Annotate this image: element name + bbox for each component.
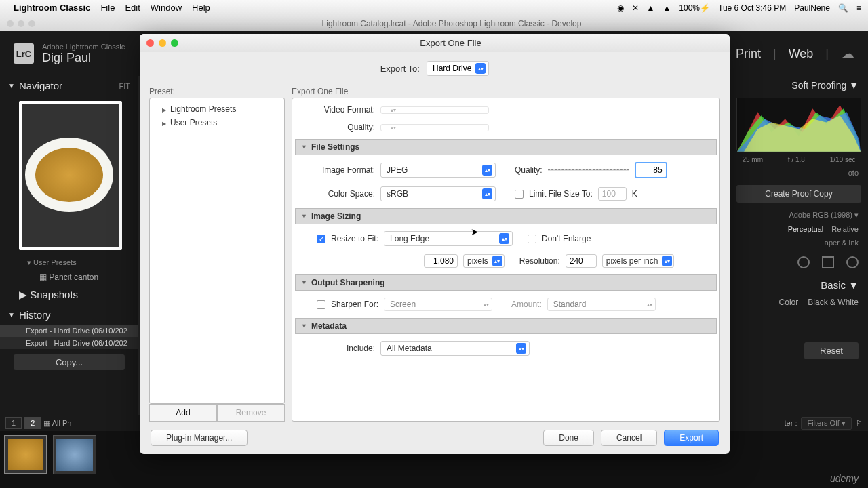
dont-enlarge-checkbox[interactable]: [528, 235, 536, 243]
disclosure-triangle-icon[interactable]: ▼: [8, 311, 15, 319]
minimize-icon[interactable]: [159, 39, 166, 47]
plugin-manager-button[interactable]: Plug-in Manager...: [151, 430, 248, 446]
video-quality-label: Quality:: [302, 123, 375, 132]
status-icon[interactable]: ✕: [632, 3, 639, 13]
filmstrip-thumbnail[interactable]: [4, 435, 47, 474]
window-title: Lightroom Catalog.lrcat - Adobe Photosho…: [42, 19, 861, 28]
reset-button[interactable]: Reset: [804, 342, 859, 359]
filmstrip-thumbnail[interactable]: [53, 435, 96, 474]
cloud-icon[interactable]: ☁: [841, 45, 854, 62]
preset-group[interactable]: User Presets: [150, 116, 284, 129]
cancel-button[interactable]: Cancel: [601, 430, 657, 446]
image-format-select[interactable]: JPEG▴▾: [380, 163, 496, 178]
dialog-titlebar[interactable]: Export One File: [140, 34, 730, 52]
menu-file[interactable]: File: [100, 3, 115, 13]
resize-fit-select[interactable]: Long Edge▴▾: [384, 231, 513, 246]
breadcrumb[interactable]: ▦ All Ph: [43, 419, 71, 428]
datetime[interactable]: Tue 6 Oct 3:46 PM: [718, 3, 786, 13]
preset-group[interactable]: Lightroom Presets: [150, 102, 284, 116]
export-dialog: Export One File Export To: Hard Drive ▴▾…: [140, 34, 730, 454]
settings-label: Export One File: [292, 85, 720, 98]
dimension-input[interactable]: [424, 254, 458, 268]
battery-status[interactable]: 100% ⚡: [679, 3, 710, 13]
copy-button[interactable]: Copy...: [14, 354, 125, 370]
treatment-color[interactable]: Color: [779, 298, 799, 307]
resize-checkbox[interactable]: ✓: [317, 235, 326, 243]
monitor-2[interactable]: 2: [24, 417, 41, 429]
resize-label: Resize to Fit:: [331, 234, 378, 243]
shape-circle-icon[interactable]: [797, 256, 810, 268]
resolution-input[interactable]: [566, 254, 597, 268]
filter-flag-icon[interactable]: ⚐: [856, 419, 863, 428]
status-icon[interactable]: ◉: [617, 3, 624, 13]
dimension-unit-select[interactable]: pixels▴▾: [463, 254, 505, 268]
file-settings-header[interactable]: ▼File Settings: [295, 139, 717, 155]
create-proof-button[interactable]: Create Proof Copy: [736, 185, 861, 203]
done-button[interactable]: Done: [543, 430, 594, 446]
sharpen-checkbox[interactable]: [317, 300, 326, 309]
color-space-select[interactable]: sRGB▴▾: [380, 186, 496, 201]
resolution-label: Resolution:: [519, 256, 560, 266]
shape-circle-icon[interactable]: [846, 256, 859, 268]
navigator-label: Navigator: [19, 80, 62, 92]
user-presets-group[interactable]: ▾ User Presets: [0, 256, 138, 270]
proof-text: oto: [730, 166, 868, 180]
quality-input[interactable]: [635, 162, 667, 178]
limit-filesize-checkbox[interactable]: [515, 190, 524, 199]
close-icon[interactable]: [146, 39, 154, 47]
module-web[interactable]: Web: [789, 47, 814, 61]
system-menubar: Lightroom Classic File Edit Window Help …: [0, 0, 868, 16]
intent-perceptual[interactable]: Perceptual: [788, 225, 824, 233]
export-button[interactable]: Export: [664, 430, 719, 446]
sharpen-for-select: Screen▴▾: [384, 298, 492, 311]
menu-help[interactable]: Help: [192, 3, 210, 13]
identity-plate[interactable]: Digi Paul: [42, 51, 125, 65]
history-header[interactable]: ▼ History: [0, 305, 138, 325]
search-icon[interactable]: 🔍: [838, 3, 848, 13]
disclosure-triangle-icon[interactable]: ▼: [8, 82, 15, 89]
preset-label: Preset:: [149, 85, 285, 98]
history-item[interactable]: Export - Hard Drive (06/10/202: [0, 337, 138, 349]
resolution-unit-select[interactable]: pixels per inch▴▾: [602, 254, 675, 268]
menu-window[interactable]: Window: [151, 3, 182, 13]
paper-ink-label[interactable]: aper & Ink: [730, 236, 868, 249]
treatment-bw[interactable]: Black & White: [808, 298, 859, 307]
history-item[interactable]: Export - Hard Drive (06/10/202: [0, 325, 138, 337]
zoom-icon[interactable]: [171, 39, 178, 47]
limit-input: [598, 187, 627, 201]
export-to-select[interactable]: Hard Drive ▴▾: [427, 61, 489, 76]
fit-button[interactable]: FIT: [119, 82, 131, 90]
image-sizing-header[interactable]: ▼Image Sizing: [295, 208, 717, 224]
profile-label[interactable]: Adobe RGB (1998) ▾: [730, 208, 868, 222]
navigator-thumbnail[interactable]: [19, 101, 122, 250]
metadata-header[interactable]: ▼Metadata: [295, 318, 717, 334]
quality-label: Quality:: [515, 165, 542, 175]
shape-square-icon[interactable]: [822, 256, 834, 268]
video-quality-select: ▴▾: [380, 124, 489, 131]
menu-icon[interactable]: ≡: [856, 3, 861, 13]
menu-edit[interactable]: Edit: [125, 3, 140, 13]
app-name[interactable]: Lightroom Classic: [14, 3, 90, 13]
wifi-icon[interactable]: ▲: [663, 3, 671, 13]
brand: Adobe Lightroom Classic: [42, 43, 125, 51]
include-select[interactable]: All Metadata▴▾: [380, 341, 530, 356]
username[interactable]: PaulNene: [794, 3, 830, 13]
filter-select[interactable]: Filters Off ▾: [801, 417, 852, 430]
export-to-label: Export To:: [380, 64, 420, 74]
settings-panel[interactable]: Video Format: ▴▾ Quality: ▴▾ ▼File Setti…: [292, 98, 720, 422]
navigator-header[interactable]: ▼ Navigator FIT: [0, 76, 138, 96]
history-label: History: [19, 309, 51, 321]
limit-unit: K: [632, 189, 637, 199]
snapshots-header[interactable]: ▶ Snapshots: [0, 285, 138, 305]
module-print[interactable]: Print: [736, 47, 761, 61]
monitor-1[interactable]: 1: [5, 417, 22, 429]
preset-item[interactable]: ▦ Pancit canton: [0, 270, 138, 285]
quality-slider[interactable]: [548, 169, 629, 171]
output-sharpening-header[interactable]: ▼Output Sharpening: [295, 274, 717, 291]
status-icon[interactable]: ▲: [647, 3, 655, 13]
add-preset-button[interactable]: Add: [149, 404, 217, 422]
intent-relative[interactable]: Relative: [831, 225, 859, 233]
basic-header[interactable]: Basic ▼: [730, 275, 868, 295]
histogram[interactable]: [736, 98, 861, 150]
soft-proofing-header[interactable]: Soft Proofing ▼: [730, 76, 868, 95]
